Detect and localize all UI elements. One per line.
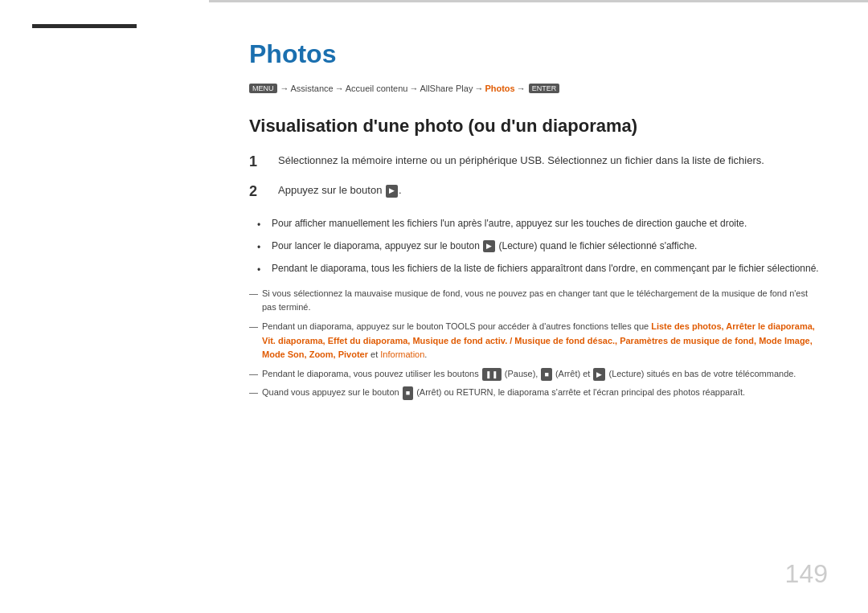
breadcrumb-item2: Accueil contenu: [346, 84, 408, 93]
bullet-dot-3: •: [257, 263, 268, 277]
note-1: Si vous sélectionnez la mauvaise musique…: [249, 287, 820, 315]
note-4-suffix: (Arrêt) ou RETURN, le diaporama s'arrête…: [416, 387, 745, 397]
note-3-suffix: (Pause),: [505, 369, 538, 378]
sidebar-bar: [32, 24, 137, 28]
breadcrumb-photos: Photos: [485, 84, 514, 93]
note-3-suffix2: (Arrêt) et: [555, 369, 590, 378]
bullet-list: • Pour afficher manuellement les fichier…: [249, 216, 820, 277]
page-number: 149: [785, 559, 828, 589]
breadcrumb-arrow4: →: [474, 84, 483, 93]
top-divider: [209, 1, 868, 2]
note-2-end: .: [424, 349, 427, 359]
page-title: Photos: [249, 39, 820, 69]
notes-section: Si vous sélectionnez la mauvaise musique…: [249, 287, 820, 400]
step-list: 1 Sélectionnez la mémoire interne ou un …: [249, 153, 820, 202]
bullet-item-3: • Pendant le diaporama, tous les fichier…: [257, 261, 820, 277]
step-item-2: 2 Appuyez sur le bouton ▶.: [249, 182, 820, 201]
step-text-1: Sélectionnez la mémoire interne ou un pé…: [278, 153, 820, 169]
step2-prefix: Appuyez sur le bouton: [278, 184, 382, 196]
note-2: Pendant un diaporama, appuyez sur le bou…: [249, 320, 820, 362]
step-number-1: 1: [249, 153, 272, 171]
breadcrumb: MENU → Assistance → Accueil contenu → Al…: [249, 84, 820, 93]
bullet-dot-2: •: [257, 240, 268, 255]
play-btn-inline: ▶: [483, 240, 495, 253]
note-2-last: Information: [380, 349, 424, 359]
sidebar: [0, 0, 209, 613]
bullet2-suffix: (Lecture) quand le fichier sélectionné s…: [499, 240, 698, 251]
note-3-suffix3: (Lecture) situés en bas de votre télécom…: [608, 369, 796, 378]
step-text-2: Appuyez sur le bouton ▶.: [278, 182, 820, 198]
note-1-text: Si vous sélectionnez la mauvaise musique…: [262, 288, 808, 313]
bullet-text-1: Pour afficher manuellement les fichiers …: [272, 216, 820, 231]
step-item-1: 1 Sélectionnez la mémoire interne ou un …: [249, 153, 820, 171]
breadcrumb-arrow1: →: [280, 84, 289, 93]
enter-icon: ENTER: [529, 84, 560, 93]
bullet-item-2: • Pour lancer le diaporama, appuyez sur …: [257, 239, 820, 255]
bullet-dot-1: •: [257, 218, 268, 232]
stop-btn-inline2: ■: [403, 386, 413, 399]
page-container: Photos MENU → Assistance → Accueil conte…: [0, 0, 868, 613]
breadcrumb-item3: AllShare Play: [420, 84, 473, 93]
note-4-before: Quand vous appuyez sur le bouton: [262, 387, 399, 397]
note-3: Pendant le diaporama, vous pouvez utilis…: [249, 367, 820, 382]
enter-btn-step2: ▶: [386, 185, 398, 198]
play-btn-inline2: ▶: [593, 368, 605, 381]
note-2-middle: et: [368, 349, 380, 359]
bullet-item-1: • Pour afficher manuellement les fichier…: [257, 216, 820, 232]
stop-btn-inline: ■: [541, 368, 551, 381]
bullet-text-3: Pendant le diaporama, tous les fichiers …: [272, 261, 820, 276]
note-2-before: Pendant un diaporama, appuyez sur le bou…: [262, 321, 651, 331]
pause-btn-inline: ❚❚: [482, 368, 502, 381]
breadcrumb-item1: Assistance: [291, 84, 334, 93]
menu-icon: MENU: [249, 84, 277, 93]
bullet-text-2: Pour lancer le diaporama, appuyez sur le…: [272, 239, 820, 253]
content-area: Photos MENU → Assistance → Accueil conte…: [209, 0, 868, 613]
step-number-2: 2: [249, 182, 272, 201]
breadcrumb-arrow3: →: [409, 84, 418, 93]
breadcrumb-arrow5: →: [517, 84, 526, 93]
note-3-text: Pendant le diaporama, vous pouvez utilis…: [262, 369, 479, 378]
breadcrumb-arrow2: →: [335, 84, 344, 93]
section-title: Visualisation d'une photo (ou d'un diapo…: [249, 116, 820, 137]
note-4: Quand vous appuyez sur le bouton ■ (Arrê…: [249, 386, 820, 400]
bullet2-text: Pour lancer le diaporama, appuyez sur le…: [272, 240, 480, 251]
